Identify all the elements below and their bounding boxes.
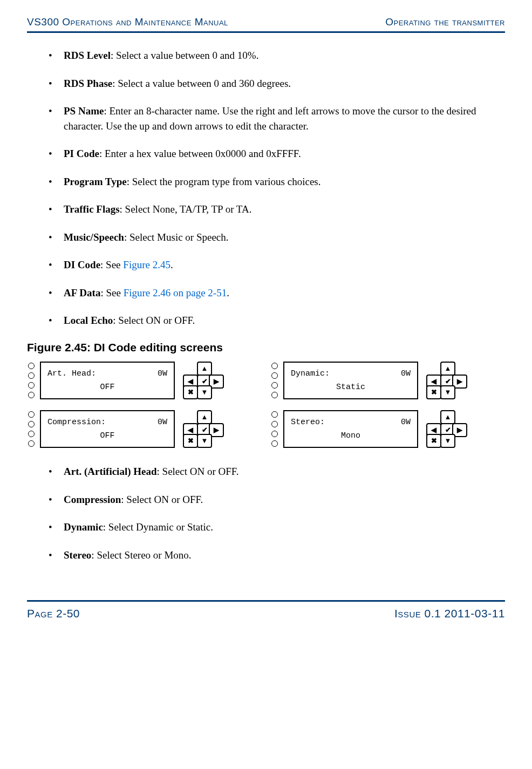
xref-link[interactable]: Figure 2.46 on page 2-51 [124,287,227,298]
bullet-item: Traffic Flags: Select None, TA/TP, TP or… [49,202,505,217]
bullet-label: RDS Level [64,50,111,61]
screen-unit: Compression:0W OFF ▲ ◀ ✔ ▶ ✖ ▼ [27,409,262,449]
bullet-label: RDS Phase [64,78,112,89]
lcd-right: 0W [401,418,411,427]
bullet-label: Compression [64,494,121,505]
keypad: ▲ ◀ ✔ ▶ ✖ ▼ [179,410,228,448]
cancel-icon[interactable]: ✖ [183,385,198,399]
led-column [270,409,279,449]
lcd-label: Art. Head: [47,369,96,378]
bullet-label: PI Code [64,148,99,159]
arrow-down-icon[interactable]: ▼ [197,434,212,448]
bullet-text: : Enter a hex value between 0x0000 and 0… [99,148,301,159]
lcd-screen: Stereo:0W Mono [283,410,418,448]
bullet-text: : Select Stereo or Mono. [91,549,191,561]
bullet-text: : Enter an 8-character name. Use the rig… [64,105,476,132]
footer-right: Issue 0.1 2011-03-11 [394,607,505,620]
screen-unit: Dynamic:0W Static ▲ ◀ ✔ ▶ ✖ ▼ [270,360,505,400]
bullet-item: Program Type: Select the program type fr… [49,174,505,189]
bullet-text: : Select a value between 0 and 360 degre… [112,78,291,89]
lcd-label: Compression: [47,418,106,427]
arrow-down-icon[interactable]: ▼ [197,385,212,399]
led-icon [271,363,278,369]
bullet-text: : Select ON or OFF. [113,315,195,326]
led-column [27,409,36,449]
header-right: Operating the transmitter [385,16,505,28]
led-icon [28,421,35,427]
led-icon [271,440,278,447]
bullet-item: DI Code: See Figure 2.45. [49,257,505,273]
screen-unit: Art. Head:0W OFF ▲ ◀ ✔ ▶ ✖ ▼ [27,360,262,400]
bullet-text: : Select None, TA/TP, TP or TA. [120,203,252,215]
lcd-right: 0W [158,369,167,378]
arrow-up-icon[interactable]: ▲ [440,362,455,376]
lcd-value: Mono [291,431,411,440]
bullet-text: . [170,259,173,270]
keypad: ▲ ◀ ✔ ▶ ✖ ▼ [422,362,471,399]
led-icon [271,421,278,427]
bullet-item: Stereo: Select Stereo or Mono. [49,548,505,563]
led-icon [271,411,278,418]
page-footer: Page 2-50 Issue 0.1 2011-03-11 [27,607,505,620]
footer-rule [27,600,505,602]
bullet-item: Compression: Select ON or OFF. [49,492,505,507]
bullet-label: DI Code [64,259,100,270]
bullet-text: : Select the program type from various c… [127,176,321,187]
keypad: ▲ ◀ ✔ ▶ ✖ ▼ [422,410,471,448]
xref-link[interactable]: Figure 2.45 [123,259,170,270]
bullet-label: Dynamic [64,521,103,533]
lcd-screen: Dynamic:0W Static [283,362,418,399]
bullet-text: : Select ON or OFF. [157,466,239,477]
bullet-text: : Select Dynamic or Static. [103,521,213,533]
bullet-text: . [227,287,229,298]
bullet-label: Music/Speech [64,232,124,243]
led-icon [271,431,278,437]
header-left: VS300 Operations and Maintenance Manual [27,16,228,28]
cancel-icon[interactable]: ✖ [426,385,441,399]
figure-title: Figure 2.45: DI Code editing screens [27,341,505,354]
arrow-down-icon[interactable]: ▼ [440,385,455,399]
cancel-icon[interactable]: ✖ [426,434,441,448]
bullet-label: AF Data [64,287,100,298]
screen-unit: Stereo:0W Mono ▲ ◀ ✔ ▶ ✖ ▼ [270,409,505,449]
led-column [27,360,36,400]
bullet-label: Stereo [64,549,91,561]
lcd-value: Static [291,383,411,392]
led-icon [28,431,35,437]
bullet-list-top: RDS Level: Select a value between 0 and … [49,48,505,328]
arrow-up-icon[interactable]: ▲ [197,410,212,424]
arrow-down-icon[interactable]: ▼ [440,434,455,448]
led-icon [28,392,35,398]
led-icon [271,382,278,389]
led-column [270,360,279,400]
bullet-item: RDS Level: Select a value between 0 and … [49,48,505,63]
bullet-item: Art. (Artificial) Head: Select ON or OFF… [49,464,505,479]
led-icon [271,392,278,398]
lcd-value: OFF [47,431,167,440]
lcd-screen: Art. Head:0W OFF [40,362,175,399]
cancel-icon[interactable]: ✖ [183,434,198,448]
lcd-label: Dynamic: [291,369,330,378]
led-icon [28,440,35,447]
bullet-label: Program Type [64,176,127,187]
bullet-text: : Select ON or OFF. [121,494,203,505]
bullet-item: PI Code: Enter a hex value between 0x000… [49,146,505,161]
bullet-text: : See [100,259,123,270]
lcd-label: Stereo: [291,418,325,427]
bullet-list-bottom: Art. (Artificial) Head: Select ON or OFF… [49,464,505,562]
arrow-up-icon[interactable]: ▲ [440,410,455,424]
bullet-item: Music/Speech: Select Music or Speech. [49,230,505,245]
header-rule [27,31,505,33]
lcd-value: OFF [47,383,167,392]
bullet-text: : Select Music or Speech. [124,232,229,243]
bullet-label: PS Name [64,105,104,117]
page-header: VS300 Operations and Maintenance Manual … [27,16,505,31]
lcd-right: 0W [401,369,411,378]
bullet-item: PS Name: Enter an 8-character name. Use … [49,104,505,133]
footer-left: Page 2-50 [27,607,80,620]
bullet-item: Local Echo: Select ON or OFF. [49,313,505,328]
keypad: ▲ ◀ ✔ ▶ ✖ ▼ [179,362,228,399]
figure-grid: Art. Head:0W OFF ▲ ◀ ✔ ▶ ✖ ▼ Dynamic:0W … [27,360,505,449]
arrow-up-icon[interactable]: ▲ [197,362,212,376]
led-icon [28,411,35,418]
